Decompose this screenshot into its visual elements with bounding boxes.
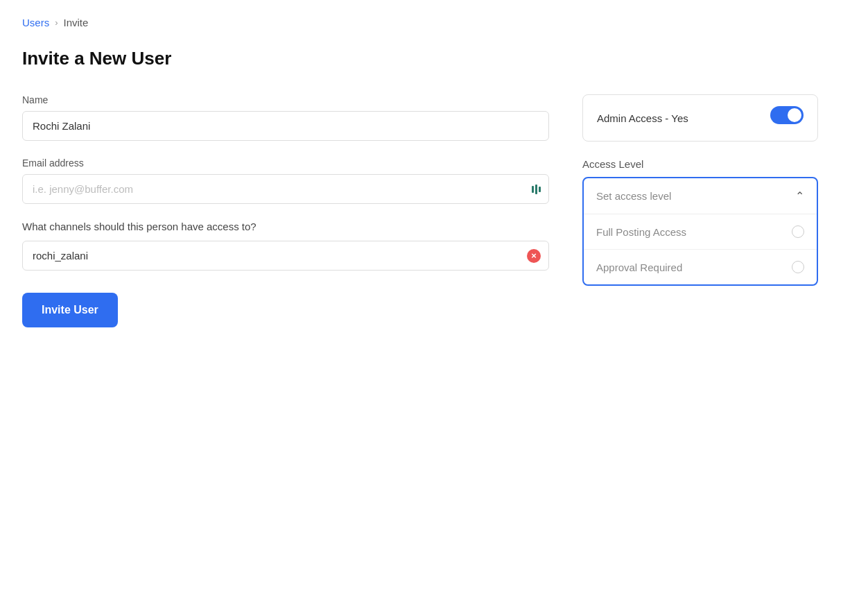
clear-icon: × <box>527 249 541 263</box>
access-level-dropdown: Set access level ⌃ Full Posting Access A… <box>582 177 818 286</box>
email-input[interactable] <box>22 174 549 204</box>
access-level-title: Access Level <box>582 158 818 170</box>
form-layout: Name Email address What channels should … <box>22 94 846 327</box>
page-title: Invite a New User <box>22 48 846 69</box>
invite-user-button[interactable]: Invite User <box>22 293 118 327</box>
toggle-slider <box>770 106 804 124</box>
breadcrumb-separator: › <box>55 17 58 28</box>
admin-access-toggle[interactable] <box>770 106 804 124</box>
option-full-posting-label: Full Posting Access <box>596 226 686 238</box>
option-full-posting[interactable]: Full Posting Access <box>584 214 817 249</box>
channels-field-group: What channels should this person have ac… <box>22 221 549 271</box>
option-approval-required[interactable]: Approval Required <box>584 249 817 284</box>
form-right: Admin Access - Yes Access Level Set acce… <box>582 94 818 286</box>
breadcrumb-users-link[interactable]: Users <box>22 17 49 28</box>
admin-access-label: Admin Access - Yes <box>597 112 688 124</box>
email-field-group: Email address <box>22 157 549 204</box>
clear-channel-button[interactable]: × <box>527 249 541 263</box>
name-label: Name <box>22 94 549 105</box>
dropdown-placeholder: Set access level <box>596 190 671 202</box>
breadcrumb: Users › Invite <box>22 17 846 28</box>
form-left: Name Email address What channels should … <box>22 94 549 327</box>
channel-input-wrapper: × <box>22 241 549 271</box>
email-input-wrapper <box>22 174 549 204</box>
dropdown-options: Full Posting Access Approval Required <box>584 214 817 284</box>
option-approval-required-label: Approval Required <box>596 262 682 273</box>
access-level-section: Access Level Set access level ⌃ Full Pos… <box>582 158 818 286</box>
channel-input[interactable] <box>22 241 549 271</box>
channels-question: What channels should this person have ac… <box>22 221 549 232</box>
name-field-group: Name <box>22 94 549 141</box>
radio-approval-required <box>792 261 804 273</box>
chevron-up-icon: ⌃ <box>795 189 804 203</box>
dropdown-header[interactable]: Set access level ⌃ <box>584 178 817 214</box>
name-input[interactable] <box>22 111 549 141</box>
admin-access-box: Admin Access - Yes <box>582 94 818 142</box>
radio-full-posting <box>792 225 804 238</box>
breadcrumb-current: Invite <box>64 17 89 28</box>
email-label: Email address <box>22 157 549 169</box>
